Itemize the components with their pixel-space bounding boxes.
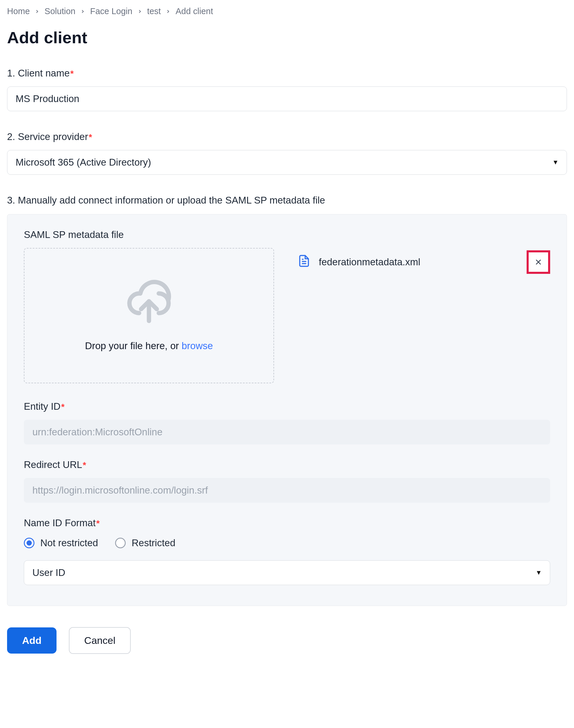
client-name-input[interactable] — [7, 87, 567, 111]
page-title: Add client — [7, 28, 567, 47]
redirect-url-field: Redirect URL* — [24, 459, 550, 503]
dropzone-hint: Drop your file here, or — [85, 340, 181, 351]
label-text: Redirect URL — [24, 459, 82, 470]
label-text: 1. Client name — [7, 67, 70, 79]
name-id-select[interactable]: User ID — [24, 560, 550, 585]
field-connect-info: 3. Manually add connect information or u… — [7, 195, 567, 606]
cancel-button[interactable]: Cancel — [69, 627, 131, 654]
browse-link[interactable]: browse — [181, 340, 213, 351]
file-dropzone[interactable]: Drop your file here, or browse — [24, 248, 274, 383]
uploaded-file-chip: federationmetadata.xml — [298, 248, 550, 274]
required-marker: * — [70, 69, 74, 78]
label-text: Name ID Format — [24, 517, 96, 528]
service-provider-label: 2. Service provider* — [7, 131, 567, 142]
chevron-right-icon — [80, 9, 85, 14]
radio-icon — [115, 538, 126, 548]
close-icon — [534, 258, 542, 266]
field-client-name: 1. Client name* — [7, 67, 567, 111]
breadcrumb-item-test[interactable]: test — [147, 6, 161, 16]
radio-icon — [24, 538, 34, 548]
breadcrumb-item-face-login[interactable]: Face Login — [90, 6, 132, 16]
redirect-url-input — [24, 478, 550, 503]
breadcrumb-item-add-client: Add client — [175, 6, 213, 16]
required-marker: * — [89, 132, 92, 142]
footer-actions: Add Cancel — [7, 627, 567, 654]
connect-info-label: 3. Manually add connect information or u… — [7, 195, 567, 206]
radio-not-restricted[interactable]: Not restricted — [24, 537, 98, 549]
chevron-right-icon — [137, 9, 142, 14]
remove-file-button[interactable] — [527, 250, 550, 274]
uploaded-file-name: federationmetadata.xml — [319, 257, 420, 268]
service-provider-select[interactable]: Microsoft 365 (Active Directory) — [7, 150, 567, 175]
required-marker: * — [96, 518, 100, 528]
breadcrumb: Home Solution Face Login test Add client — [7, 6, 567, 16]
field-service-provider: 2. Service provider* Microsoft 365 (Acti… — [7, 131, 567, 175]
radio-label: Not restricted — [40, 537, 98, 549]
radio-restricted[interactable]: Restricted — [115, 537, 175, 549]
metadata-section-label: SAML SP metadata file — [24, 229, 550, 240]
metadata-panel: SAML SP metadata file Drop your file her… — [7, 214, 567, 606]
name-id-radio-group: Not restricted Restricted — [24, 537, 550, 549]
name-id-label: Name ID Format* — [24, 517, 550, 529]
entity-id-input — [24, 420, 550, 445]
entity-id-field: Entity ID* — [24, 401, 550, 445]
label-text: 2. Service provider — [7, 131, 88, 142]
chevron-right-icon — [165, 9, 171, 14]
radio-label: Restricted — [132, 537, 175, 549]
required-marker: * — [83, 460, 86, 470]
upload-cloud-icon — [124, 280, 174, 329]
client-name-label: 1. Client name* — [7, 67, 567, 79]
redirect-url-label: Redirect URL* — [24, 459, 550, 470]
entity-id-label: Entity ID* — [24, 401, 550, 412]
add-button[interactable]: Add — [7, 627, 56, 653]
document-icon — [298, 253, 311, 271]
breadcrumb-item-solution[interactable]: Solution — [44, 6, 75, 16]
breadcrumb-item-home[interactable]: Home — [7, 6, 30, 16]
label-text: Entity ID — [24, 401, 60, 412]
required-marker: * — [61, 402, 65, 411]
dropzone-text: Drop your file here, or browse — [85, 340, 213, 352]
chevron-right-icon — [34, 9, 40, 14]
name-id-field: Name ID Format* Not restricted Restricte… — [24, 517, 550, 585]
